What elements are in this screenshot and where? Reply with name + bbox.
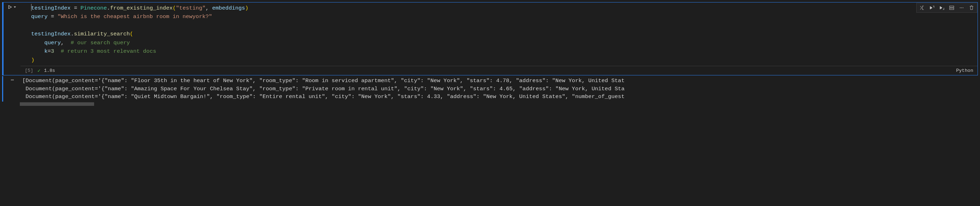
svg-point-12 bbox=[961, 8, 962, 8]
run-above-icon[interactable] bbox=[927, 4, 937, 12]
svg-marker-6 bbox=[940, 6, 942, 9]
cell-toolbar bbox=[916, 3, 977, 13]
svg-rect-10 bbox=[950, 8, 954, 10]
language-selector[interactable]: Python bbox=[956, 68, 973, 73]
status-check-icon: ✓ bbox=[38, 68, 40, 73]
execute-line-icon[interactable] bbox=[917, 4, 927, 12]
svg-marker-3 bbox=[930, 6, 932, 9]
more-actions-icon[interactable] bbox=[957, 4, 966, 12]
execution-count: [5] bbox=[21, 68, 38, 73]
execution-time: 1.8s bbox=[44, 68, 55, 73]
code-editor[interactable]: testingIndex = Pinecone.from_existing_in… bbox=[21, 3, 977, 75]
cell-output: ⋯ [Document(page_content='{"name": "Floo… bbox=[2, 76, 978, 101]
svg-rect-9 bbox=[950, 6, 954, 8]
split-cell-icon[interactable] bbox=[947, 4, 956, 12]
code-token: testingIndex bbox=[31, 5, 71, 11]
code-cell: testingIndex = Pinecone.from_existing_in… bbox=[2, 2, 978, 75]
output-scrollbar[interactable] bbox=[20, 102, 980, 106]
svg-point-11 bbox=[960, 8, 961, 8]
delete-cell-icon[interactable] bbox=[967, 4, 976, 12]
notebook-container: testingIndex = Pinecone.from_existing_in… bbox=[0, 2, 980, 106]
output-more-icon[interactable]: ⋯ bbox=[4, 76, 21, 101]
output-focus-marker bbox=[2, 76, 3, 101]
svg-marker-14 bbox=[9, 6, 12, 9]
run-cell-button[interactable] bbox=[8, 5, 17, 10]
scrollbar-thumb[interactable] bbox=[20, 102, 94, 106]
run-below-icon[interactable] bbox=[937, 4, 947, 12]
svg-point-13 bbox=[963, 8, 963, 8]
cell-gutter bbox=[3, 3, 21, 75]
svg-marker-15 bbox=[14, 6, 16, 8]
cell-status-row: [5] ✓ 1.8s Python bbox=[21, 66, 977, 75]
output-text[interactable]: [Document(page_content='{"name": "Floor … bbox=[21, 76, 978, 101]
